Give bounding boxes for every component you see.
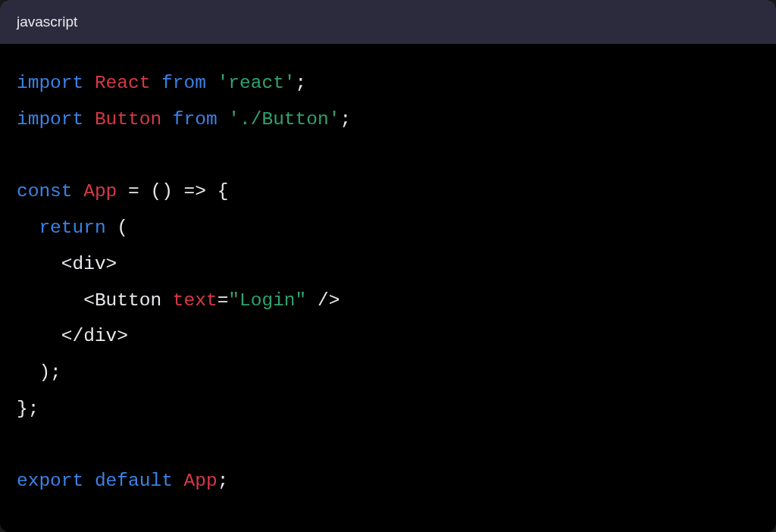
- class-name: Button: [95, 109, 161, 130]
- punctuation: (: [106, 217, 128, 238]
- space: [161, 290, 173, 311]
- punctuation: =: [217, 290, 229, 311]
- code-line: <div>: [17, 254, 117, 274]
- keyword: export: [17, 471, 83, 491]
- keyword: const: [17, 181, 73, 202]
- code-header: javascript: [0, 0, 776, 44]
- punctuation: ;: [340, 109, 351, 130]
- string: 'react': [217, 73, 296, 93]
- class-name: React: [95, 73, 151, 93]
- keyword: default: [95, 471, 173, 491]
- keyword: from: [161, 73, 206, 93]
- punctuation: );: [17, 362, 61, 383]
- punctuation: ;: [296, 73, 307, 93]
- code-content[interactable]: import React from 'react'; import Button…: [0, 44, 776, 521]
- class-name: App: [83, 181, 117, 202]
- punctuation: ;: [217, 471, 229, 491]
- code-line: );: [17, 362, 61, 383]
- code-block-container: javascript import React from 'react'; im…: [0, 0, 776, 532]
- keyword: import: [17, 73, 83, 93]
- language-label: javascript: [17, 14, 77, 30]
- jsx-component: Button: [95, 290, 161, 311]
- code-line: return (: [17, 217, 128, 238]
- string: "Login": [228, 290, 306, 311]
- string: './Button': [228, 109, 340, 130]
- jsx-tag: <: [17, 290, 95, 311]
- code-line: };: [17, 399, 39, 419]
- jsx-tag: />: [306, 290, 340, 311]
- jsx-attribute: text: [173, 290, 217, 311]
- keyword: import: [17, 109, 83, 130]
- code-line: const App = () => {: [17, 181, 228, 202]
- code-line: </div>: [17, 326, 128, 346]
- indent: [17, 217, 39, 238]
- code-line: export default App;: [17, 471, 228, 491]
- code-line: <Button text="Login" />: [17, 290, 340, 311]
- punctuation: = () => {: [117, 181, 228, 202]
- punctuation: };: [17, 399, 39, 419]
- jsx-tag: </div>: [17, 326, 128, 346]
- jsx-tag: <div>: [17, 254, 117, 274]
- code-line: import Button from './Button';: [17, 109, 351, 130]
- keyword: return: [39, 217, 105, 238]
- code-line: import React from 'react';: [17, 73, 306, 93]
- keyword: from: [173, 109, 217, 130]
- class-name: App: [184, 471, 217, 491]
